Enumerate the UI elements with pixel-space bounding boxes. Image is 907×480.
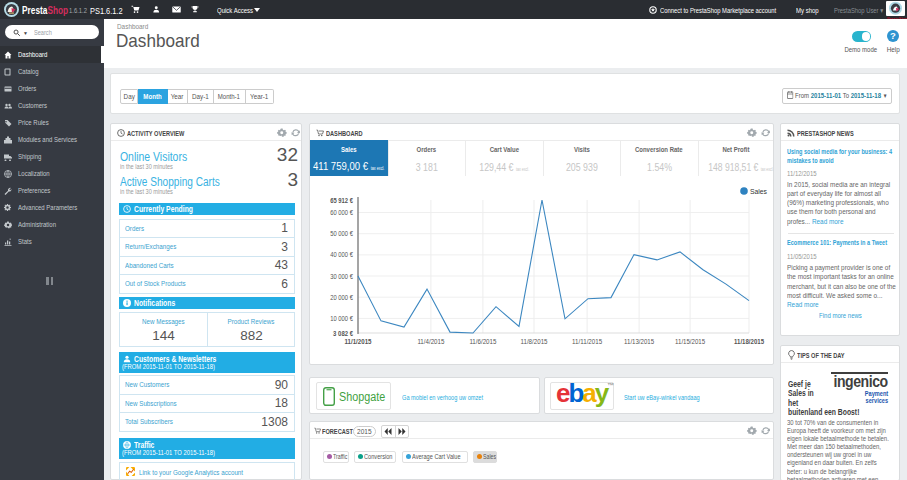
svg-text:11/11/2015: 11/11/2015: [572, 337, 602, 346]
svg-text:11/8/2015: 11/8/2015: [521, 337, 548, 346]
svg-text:60 000 €: 60 000 €: [330, 208, 353, 217]
svg-text:11/6/2015: 11/6/2015: [469, 337, 496, 346]
svg-text:40 000 €: 40 000 €: [330, 250, 353, 259]
svg-text:10 000 €: 10 000 €: [330, 314, 353, 323]
svg-text:11/13/2015: 11/13/2015: [624, 337, 654, 346]
svg-text:20 000 €: 20 000 €: [330, 293, 353, 302]
svg-text:65 912 €: 65 912 €: [330, 196, 353, 205]
svg-text:11/18/2015: 11/18/2015: [734, 337, 764, 346]
svg-text:11/1/2015: 11/1/2015: [345, 337, 372, 346]
svg-text:30 000 €: 30 000 €: [330, 272, 353, 281]
svg-text:Sales: Sales: [750, 187, 767, 196]
svg-text:11/15/2015: 11/15/2015: [675, 337, 705, 346]
svg-text:50 000 €: 50 000 €: [330, 229, 353, 238]
svg-text:11/4/2015: 11/4/2015: [417, 337, 444, 346]
